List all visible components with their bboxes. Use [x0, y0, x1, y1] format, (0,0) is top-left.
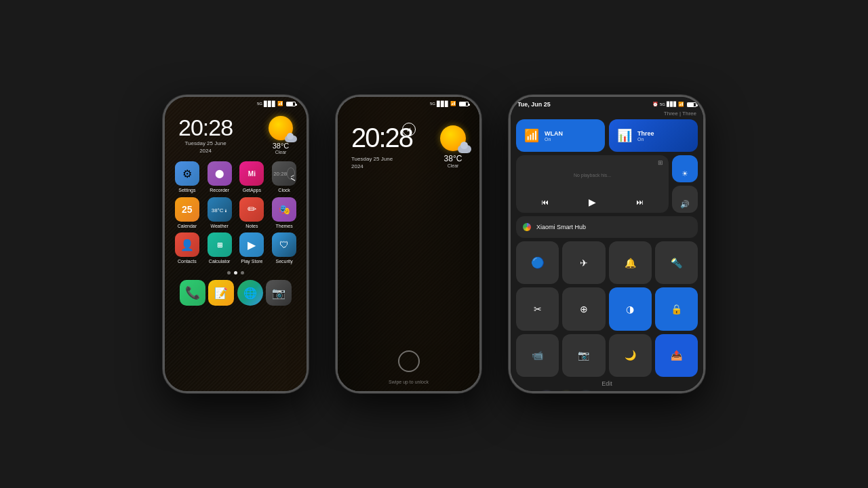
next-button[interactable]: ⏭ — [636, 198, 644, 206]
dock-camera[interactable]: 📷 — [266, 280, 292, 306]
battery-2 — [459, 102, 469, 106]
lock-weather-icon — [440, 125, 466, 151]
clock-icon[interactable]: 20:28 — [272, 161, 296, 186]
blur-app-1 — [519, 390, 535, 391]
cc-toggles-row1: 🔵 ✈ 🔔 🔦 — [511, 238, 703, 284]
camera-tile[interactable]: 📷 — [562, 334, 605, 377]
lock-clock: 20:28 — [351, 123, 412, 153]
blur-app-2 — [538, 390, 555, 391]
settings-label: Settings — [178, 188, 195, 193]
calendar-icon[interactable]: 25 — [175, 197, 199, 222]
themes-label: Themes — [275, 224, 292, 229]
app-security[interactable]: 🛡 Security — [270, 232, 298, 264]
contacts-label: Contacts — [178, 259, 197, 264]
cc-media-row: ⊞ No playback his... ⏮ ▶ ⏭ ☀ 🔊 — [511, 152, 703, 213]
app-recorder[interactable]: ⬤ Recorder — [205, 161, 234, 193]
getapps-label: GetApps — [243, 188, 261, 193]
dot-1 — [227, 271, 231, 274]
date-display: Tuesday 25 June 2024 — [178, 140, 233, 155]
google-home-icon — [523, 223, 531, 231]
home-button[interactable] — [398, 350, 420, 372]
three-tile[interactable]: 📊 Three On — [609, 119, 698, 152]
app-contacts[interactable]: 👤 Contacts — [173, 232, 201, 264]
dark-mode-tile[interactable]: ◑ — [609, 287, 652, 330]
media-tile: ⊞ No playback his... ⏮ ▶ ⏭ — [516, 155, 669, 213]
lock-tile[interactable]: 🔒 — [655, 287, 698, 330]
signal-3: ▊▊▊ — [667, 102, 677, 107]
app-grid: ⚙ Settings ⬤ Recorder Mi GetApps 20:28 — [165, 157, 307, 268]
app-notes[interactable]: ✏ Notes — [238, 197, 267, 229]
notification-tile[interactable]: 🔔 — [609, 241, 652, 284]
phone-1-homescreen: 5G ▊▊▊ 📶 20:28 Tuesday 25 June 2024 38°C — [163, 95, 309, 393]
cast-tile[interactable]: 📤 — [655, 334, 698, 377]
cc-date-label: Tue, Jun 25 — [517, 101, 551, 108]
volume-tile[interactable]: 🔊 — [672, 186, 698, 213]
cc-top-tiles: 📶 WLAN On 📊 Three On — [511, 119, 703, 152]
notes-icon[interactable]: ✏ — [239, 197, 264, 222]
weather-icon[interactable]: 38°C 🌡 — [208, 197, 232, 222]
screenshot-tile[interactable]: ✂ — [516, 287, 559, 330]
wlan-icon: 📶 — [524, 128, 539, 143]
airplane-tile[interactable]: ✈ — [562, 241, 605, 284]
temperature-display: 38°C — [269, 142, 293, 150]
cast-icon: ⊞ — [658, 159, 663, 166]
flashlight-tile[interactable]: 🔦 — [655, 241, 698, 284]
smart-hub-tile[interactable]: Xiaomi Smart Hub — [516, 216, 698, 238]
no-playback-text: No playback his... — [521, 173, 663, 178]
prev-button[interactable]: ⏮ — [541, 198, 549, 206]
time-weather-widget: 20:28 Tuesday 25 June 2024 38°C Clear — [165, 109, 307, 157]
app-settings[interactable]: ⚙ Settings — [173, 161, 201, 193]
app-themes[interactable]: 🎭 Themes — [270, 197, 298, 229]
wlan-status: On — [545, 137, 563, 142]
dock-notes[interactable]: 📝 — [208, 280, 234, 306]
dock-phone[interactable]: 📞 — [180, 280, 205, 306]
app-getapps[interactable]: Mi GetApps — [238, 161, 267, 193]
weather-condition: Clear — [269, 150, 293, 155]
smart-hub-label: Xiaomi Smart Hub — [536, 224, 586, 230]
wlan-tile[interactable]: 📶 WLAN On — [516, 119, 605, 152]
lock-weather: 38°C Clear — [440, 125, 466, 168]
cc-carrier-title: Three | Three — [511, 110, 703, 119]
recorder-label: Recorder — [210, 188, 229, 193]
app-calendar[interactable]: 25 Calendar — [173, 197, 201, 229]
weather-label: Weather — [210, 224, 228, 229]
wifi-icon: 📶 — [277, 101, 283, 106]
bluetooth-tile[interactable]: 🔵 — [516, 241, 559, 284]
security-icon[interactable]: 🛡 — [272, 232, 296, 257]
swipe-text: Swipe up to unlock — [389, 380, 429, 384]
settings-icon[interactable]: ⚙ — [175, 161, 199, 186]
weather-cloud-icon — [285, 136, 297, 142]
play-button[interactable]: ▶ — [589, 197, 596, 207]
app-weather[interactable]: 38°C 🌡 Weather — [205, 197, 234, 229]
app-calculator[interactable]: ⊞ Calculator — [205, 232, 234, 264]
brightness-tile[interactable]: ☀ — [672, 155, 698, 182]
clock-status: ⏰ — [652, 102, 658, 107]
wifi-3: 📶 — [678, 102, 684, 107]
security-label: Security — [275, 259, 292, 264]
app-clock[interactable]: 20:28 Clock — [270, 161, 298, 193]
notes-label: Notes — [245, 224, 258, 229]
calculator-icon[interactable]: ⊞ — [208, 232, 232, 257]
dock: 📞 📝 🌐 📷 — [165, 276, 307, 311]
contacts-icon[interactable]: 👤 — [175, 232, 199, 257]
edit-label[interactable]: Edit — [511, 377, 703, 388]
moon-tile[interactable]: 🌙 — [609, 334, 652, 377]
app-playstore[interactable]: ▶ Play Store — [238, 232, 267, 264]
playstore-label: Play Store — [241, 259, 262, 264]
playstore-icon[interactable]: ▶ — [239, 232, 264, 257]
cc-toggles-row3: 📹 📷 🌙 📤 — [511, 331, 703, 377]
calculator-label: Calculator — [209, 259, 231, 264]
brightness-volume-stack: ☀ 🔊 — [672, 155, 698, 213]
video-tile[interactable]: 📹 — [516, 334, 559, 377]
cc-bottom-blur — [511, 388, 703, 391]
screen-record-tile[interactable]: ⊕ — [562, 287, 605, 330]
three-label: Three — [637, 130, 654, 137]
network-2: 5G — [430, 102, 435, 106]
themes-icon[interactable]: 🎭 — [272, 197, 296, 222]
lock-temp: 38°C — [440, 154, 466, 163]
time-block: 20:28 Tuesday 25 June 2024 — [178, 116, 233, 155]
dock-browser[interactable]: 🌐 — [237, 280, 263, 306]
status-right-2: 5G ▊▊▊ 📶 — [430, 101, 469, 107]
getapps-icon[interactable]: Mi — [239, 161, 264, 186]
recorder-icon[interactable]: ⬤ — [208, 161, 232, 186]
